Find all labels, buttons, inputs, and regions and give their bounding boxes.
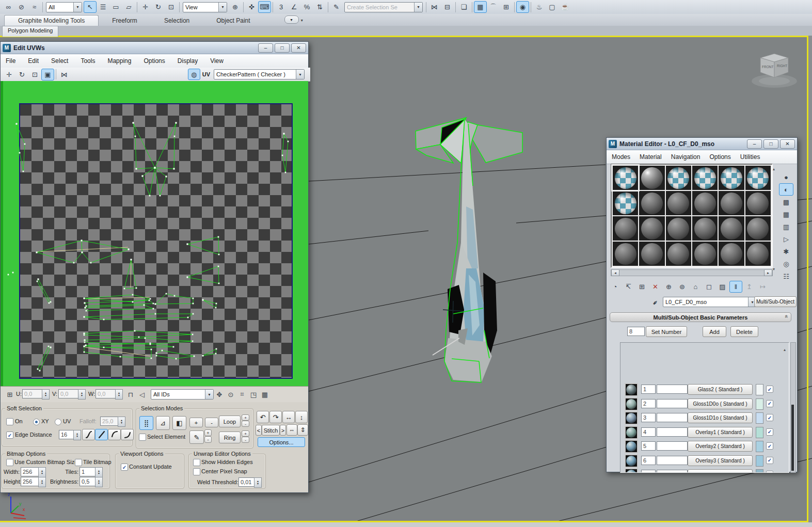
diffuse-color-swatch[interactable] — [756, 427, 763, 438]
height-spinner[interactable] — [38, 477, 46, 487]
height-field[interactable] — [21, 477, 39, 486]
sample-slot-21[interactable] — [666, 242, 691, 266]
select-by-material-icon[interactable]: ◎ — [779, 258, 793, 270]
sample-slot-5[interactable] — [719, 166, 744, 190]
sub-material-id-field[interactable] — [641, 470, 656, 473]
sample-slots-hscrollbar[interactable]: ◂ ▸ — [611, 269, 773, 276]
select-and-move-icon[interactable]: ✛ — [139, 1, 152, 13]
select-object-icon[interactable]: ↖ — [84, 1, 97, 13]
scale-icon[interactable]: ⊡ — [28, 69, 41, 81]
zoom-region-icon[interactable]: ⌗ — [236, 389, 248, 400]
sample-slot-13[interactable] — [613, 216, 638, 241]
go-forward-sibling-icon[interactable]: ↦ — [756, 281, 769, 293]
sample-slot-10[interactable] — [692, 191, 718, 215]
sample-slot-22[interactable] — [692, 242, 718, 266]
selection-filter-dropdown[interactable]: All▾ — [46, 2, 82, 12]
rotate-ccw-90-button[interactable]: ↶ — [257, 411, 269, 423]
menu-view[interactable]: View — [210, 57, 224, 65]
sample-slot-4[interactable] — [692, 166, 718, 190]
ring-button[interactable]: Ring — [219, 432, 241, 443]
show-hidden-edges-checkbox[interactable] — [193, 459, 200, 466]
uv-island-wing-bowtie[interactable] — [37, 241, 129, 263]
move-icon[interactable]: ✛ — [3, 69, 15, 81]
uv-island-stripes-a[interactable] — [84, 294, 216, 311]
sample-slot-20[interactable] — [639, 242, 664, 266]
sub-material-button[interactable]: Overlay2 ( Standard ) — [688, 441, 753, 452]
select-by-name-icon[interactable]: ☰ — [97, 1, 109, 13]
select-element-checkbox[interactable] — [139, 434, 146, 441]
sample-slot-12[interactable] — [745, 191, 771, 215]
edit-uvws-titlebar[interactable]: M Edit UVWs – □ ✕ — [1, 42, 308, 54]
keyboard-override-icon[interactable]: ⌨ — [258, 1, 271, 13]
set-number-button[interactable]: Set Number — [646, 326, 687, 337]
tab-freeform[interactable]: Freeform — [99, 15, 151, 26]
edge-distance-checkbox[interactable] — [6, 432, 13, 439]
constant-update-checkbox[interactable] — [121, 464, 128, 471]
ring-shrink-button[interactable]: - — [242, 437, 249, 443]
sub-material-button[interactable]: Overlay1 ( Standard ) — [688, 427, 753, 438]
sub-material-preview[interactable] — [625, 440, 638, 453]
sub-material-button[interactable]: Overlay3 ( Standard ) — [688, 455, 753, 466]
filter-faces-icon[interactable]: ◁ — [136, 389, 148, 400]
mirror-icon[interactable]: ⋈ — [58, 69, 71, 81]
sample-slot-14[interactable] — [639, 216, 664, 241]
sub-material-preview[interactable] — [625, 454, 638, 468]
sub-material-on-checkbox[interactable] — [766, 386, 773, 393]
checker-pattern-dropdown[interactable]: CheckerPattern ( Checker ) ▾ — [214, 69, 305, 79]
sample-slot-19[interactable] — [613, 242, 638, 266]
use-pivot-center-icon[interactable]: ⊕ — [229, 1, 242, 13]
sample-slot-1[interactable] — [613, 166, 638, 190]
stitch-next-button[interactable]: > — [280, 425, 286, 436]
falloff-slow-button[interactable] — [108, 429, 121, 440]
background-icon[interactable]: ▩ — [779, 196, 793, 208]
sample-slot-16[interactable] — [692, 216, 718, 241]
material-count-field[interactable] — [627, 327, 645, 336]
soft-selection-on-checkbox[interactable] — [6, 418, 13, 425]
spinner-snap-icon[interactable]: ⇅ — [313, 1, 326, 13]
shrink-selection-button[interactable]: - — [205, 418, 218, 427]
sub-material-name-field[interactable] — [657, 399, 688, 408]
zoom-icon[interactable]: ⊙ — [225, 389, 237, 400]
brightness-field[interactable] — [79, 477, 96, 486]
rendered-frame-icon[interactable]: ▢ — [546, 1, 559, 13]
rollout-header[interactable]: Multi/Sub-Object Basic Parameters « — [610, 312, 791, 322]
sub-material-preview[interactable] — [625, 426, 638, 439]
align-vertical-button[interactable]: ⇕ — [297, 424, 308, 436]
brush-shrink-button[interactable]: - — [204, 436, 212, 443]
scroll-up-icon[interactable]: ▴ — [773, 167, 775, 171]
sub-material-id-field[interactable] — [641, 413, 656, 422]
sub-material-button[interactable]: Overlay4 ( Standard ) — [688, 469, 753, 473]
material-editor-icon[interactable]: ◉ — [516, 1, 529, 13]
angle-snap-icon[interactable]: ∠ — [288, 1, 300, 13]
menu-mapping[interactable]: Mapping — [107, 57, 131, 65]
sample-slot-11[interactable] — [719, 191, 744, 215]
sample-slot-9[interactable] — [666, 191, 691, 215]
menu-modes[interactable]: Modes — [612, 153, 630, 161]
falloff-spinner[interactable] — [118, 417, 125, 427]
stitch-button[interactable]: Stitch — [262, 425, 280, 436]
diffuse-color-swatch[interactable] — [756, 469, 763, 473]
sub-material-on-checkbox[interactable] — [766, 442, 773, 450]
snaps-toggle-icon[interactable]: 3 — [275, 1, 288, 13]
graphite-ribbon-toggle-icon[interactable]: ▦ — [474, 1, 487, 13]
table-scrollbar[interactable] — [790, 342, 796, 473]
sub-material-on-checkbox[interactable] — [766, 471, 773, 473]
sub-material-preview[interactable] — [625, 383, 638, 396]
scroll-down-icon[interactable]: ▾ — [773, 267, 775, 272]
edge-distance-spinner[interactable] — [73, 430, 81, 440]
sample-slot-23[interactable] — [719, 242, 744, 266]
tab-object-paint[interactable]: Object Paint — [203, 15, 263, 26]
diffuse-color-swatch[interactable] — [756, 441, 763, 452]
sub-material-on-checkbox[interactable] — [766, 400, 773, 407]
menu-display[interactable]: Display — [178, 57, 198, 65]
put-to-scene-icon[interactable]: ↸ — [622, 281, 635, 293]
named-selection-sets-icon[interactable]: ✎ — [330, 1, 343, 13]
sample-slot-15[interactable] — [666, 216, 691, 241]
sub-material-id-field[interactable] — [641, 456, 656, 465]
mirror-vertical-button[interactable]: ↕ — [295, 411, 308, 423]
minimize-button[interactable]: – — [258, 43, 273, 53]
material-id-filter-dropdown[interactable]: All IDs ▾ — [151, 389, 214, 400]
mirror-horizontal-button[interactable]: ↔ — [282, 411, 295, 423]
get-material-icon[interactable]: ◔ — [609, 281, 622, 293]
uv-island-stripe-box[interactable] — [84, 346, 216, 359]
